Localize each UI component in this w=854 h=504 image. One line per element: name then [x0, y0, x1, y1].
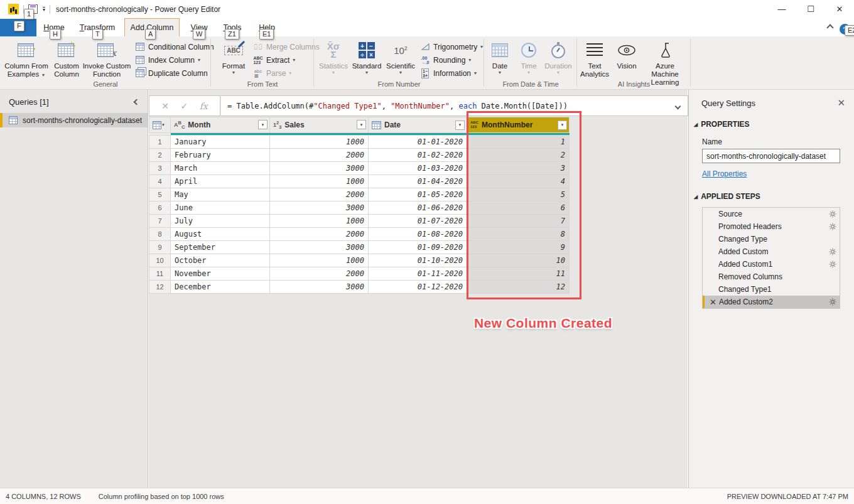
text-analytics-button[interactable]: Text Analytics — [578, 38, 611, 78]
statistics-button[interactable]: X̄σΣ Statistics ▼ — [318, 38, 349, 75]
step-added-custom2[interactable]: ✕ Added Custom2 — [703, 296, 840, 308]
step-removed-columns[interactable]: Removed Columns — [703, 271, 840, 283]
cell-date[interactable]: 01-05-2020 — [369, 188, 467, 201]
time-button[interactable]: Time ▼ — [516, 38, 542, 75]
step-source[interactable]: Source — [703, 208, 840, 220]
cell-month[interactable]: December — [171, 281, 270, 294]
step-promoted-headers[interactable]: Promoted Headers — [703, 220, 840, 233]
cell-date[interactable]: 01-02-2020 — [369, 149, 467, 162]
column-header-monthnumber[interactable]: ABC123MonthNumber▼ — [467, 117, 570, 133]
filter-button[interactable]: ▼ — [455, 121, 465, 130]
all-properties-link[interactable]: All Properties — [702, 169, 747, 178]
scientific-button[interactable]: 102 Scientific ▼ — [384, 38, 417, 75]
filter-button[interactable]: ▼ — [357, 120, 366, 129]
azure-machine-learning-button[interactable]: Azure Machine Learning — [641, 38, 689, 87]
cell-monthnumber[interactable]: 10 — [467, 254, 570, 267]
cell-sales[interactable]: 3000 — [270, 201, 369, 215]
information-button[interactable]: 1−3+ Information ▼ — [419, 67, 484, 80]
cell-monthnumber[interactable]: 11 — [467, 267, 570, 281]
format-button[interactable]: ABC Format ▼ — [217, 38, 250, 75]
cell-date[interactable]: 01-04-2020 — [369, 175, 467, 188]
cell-sales[interactable]: 3000 — [270, 241, 369, 254]
column-header-date[interactable]: Date▼ — [369, 117, 467, 133]
invoke-custom-function-button[interactable]: fx Invoke Custom Function — [82, 38, 132, 78]
close-panel-icon[interactable]: ✕ — [837, 97, 845, 109]
cell-date[interactable]: 01-09-2020 — [369, 241, 467, 254]
cell-monthnumber[interactable]: 9 — [467, 241, 570, 254]
trigonometry-button[interactable]: Trigonometry ▼ — [419, 40, 484, 53]
conditional-column-button[interactable]: Conditional Column — [134, 40, 214, 53]
duration-button[interactable]: Duration ▼ — [542, 38, 575, 75]
column-from-examples-button[interactable]: Column From Examples ▼ — [4, 38, 49, 78]
duplicate-column-button[interactable]: Duplicate Column — [134, 67, 214, 80]
cell-sales[interactable]: 2000 — [270, 228, 369, 241]
cell-sales[interactable]: 1000 — [270, 254, 369, 267]
column-header-sales[interactable]: 123Sales▼ — [270, 117, 369, 133]
gear-icon[interactable] — [829, 210, 836, 218]
cell-sales[interactable]: 2000 — [270, 188, 369, 201]
query-name-input[interactable] — [702, 149, 840, 163]
cell-date[interactable]: 01-11-2020 — [369, 267, 467, 281]
custom-column-button[interactable]: Custom Column — [49, 38, 84, 78]
cell-monthnumber[interactable]: 7 — [467, 215, 570, 228]
gear-icon[interactable] — [829, 260, 836, 268]
cancel-formula-icon[interactable]: ✕ — [161, 101, 169, 111]
rounding-button[interactable]: .00→.0 Rounding ▼ — [419, 53, 484, 67]
cell-month[interactable]: November — [171, 267, 270, 281]
cell-date[interactable]: 01-01-2020 — [369, 136, 467, 149]
column-header-month[interactable]: ABCMonth▼ — [171, 117, 270, 133]
cell-month[interactable]: April — [171, 175, 270, 188]
cell-monthnumber[interactable]: 6 — [467, 201, 570, 215]
cell-date[interactable]: 01-06-2020 — [369, 201, 467, 215]
cell-monthnumber[interactable]: 12 — [467, 281, 570, 294]
cell-monthnumber[interactable]: 2 — [467, 149, 570, 162]
delete-step-icon[interactable]: ✕ — [710, 298, 716, 307]
commit-formula-icon[interactable]: ✓ — [180, 101, 188, 111]
formula-input[interactable]: = Table.AddColumn(#"Changed Type1", "Mon… — [221, 95, 688, 116]
parse-button[interactable]: abc▦ Parse ▼ — [252, 67, 320, 80]
cell-month[interactable]: January — [171, 136, 270, 149]
standard-button[interactable]: +−÷× Standard ▼ — [350, 38, 383, 75]
gear-icon[interactable] — [829, 298, 836, 306]
extract-button[interactable]: ABC123 Extract ▼ — [252, 53, 320, 67]
step-added-custom1[interactable]: Added Custom1 — [703, 258, 840, 271]
cell-sales[interactable]: 2000 — [270, 267, 369, 281]
cell-month[interactable]: June — [171, 201, 270, 215]
index-column-button[interactable]: Index Column ▼ — [134, 53, 214, 67]
cell-monthnumber[interactable]: 3 — [467, 162, 570, 175]
cell-month[interactable]: October — [171, 254, 270, 267]
expand-formula-bar-icon[interactable] — [675, 104, 681, 110]
cell-monthnumber[interactable]: 5 — [467, 188, 570, 201]
collapse-queries-pane-icon[interactable] — [134, 99, 140, 105]
minimize-button[interactable]: — — [767, 0, 796, 18]
select-all-corner[interactable]: ▼ — [149, 117, 171, 133]
cell-sales[interactable]: 1000 — [270, 175, 369, 188]
properties-section-header[interactable]: ◢ PROPERTIES — [694, 120, 854, 129]
cell-sales[interactable]: 3000 — [270, 162, 369, 175]
filter-button[interactable]: ▼ — [258, 120, 268, 129]
fx-icon[interactable]: fx — [200, 101, 208, 111]
cell-month[interactable]: July — [171, 215, 270, 228]
step-added-custom[interactable]: Added Custom — [703, 245, 840, 258]
cell-date[interactable]: 01-12-2020 — [369, 281, 467, 294]
date-button[interactable]: Date ▼ — [487, 38, 513, 75]
query-list-item[interactable]: sort-months-chronologically-dataset — [0, 113, 148, 127]
gear-icon[interactable] — [829, 248, 836, 255]
cell-month[interactable]: March — [171, 162, 270, 175]
cell-sales[interactable]: 1000 — [270, 215, 369, 228]
vision-button[interactable]: Vision — [612, 38, 641, 70]
filter-button[interactable]: ▼ — [558, 121, 567, 130]
cell-monthnumber[interactable]: 8 — [467, 228, 570, 241]
gear-icon[interactable] — [829, 223, 836, 230]
cell-month[interactable]: August — [171, 228, 270, 241]
status-profiling-info[interactable]: Column profiling based on top 1000 rows — [99, 493, 224, 500]
cell-sales[interactable]: 3000 — [270, 281, 369, 294]
cell-date[interactable]: 01-10-2020 — [369, 254, 467, 267]
close-button[interactable]: ✕ — [825, 0, 854, 18]
step-changed-type1[interactable]: Changed Type1 — [703, 283, 840, 296]
cell-month[interactable]: September — [171, 241, 270, 254]
cell-sales[interactable]: 2000 — [270, 149, 369, 162]
cell-month[interactable]: May — [171, 188, 270, 201]
cell-month[interactable]: February — [171, 149, 270, 162]
step-changed-type[interactable]: Changed Type — [703, 233, 840, 245]
